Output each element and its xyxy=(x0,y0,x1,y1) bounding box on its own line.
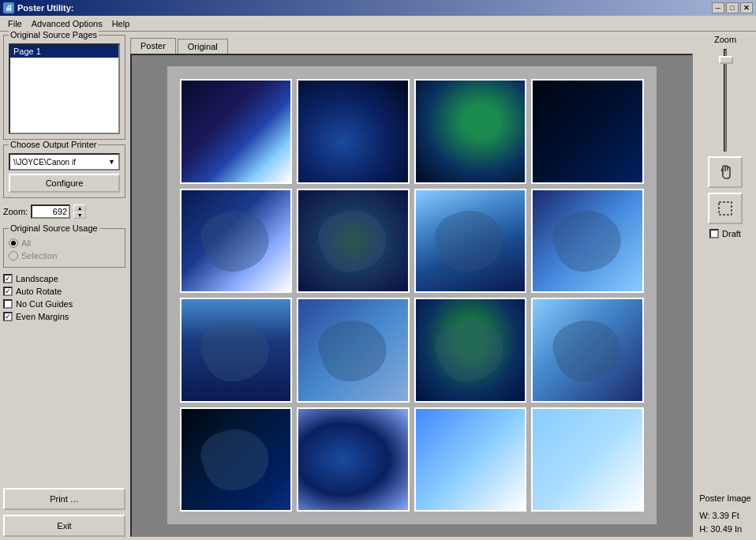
title-bar-left: 🖨 Poster Utility: xyxy=(3,2,74,13)
zoom-up-button[interactable]: ▲ xyxy=(73,204,86,212)
poster-image-label: Poster Image xyxy=(699,492,750,506)
auto-rotate-row: ✓ Auto Rotate xyxy=(3,285,125,298)
printer-value: \\JOYCE\Canon if xyxy=(13,158,76,167)
main-content: Original Source Pages Page 1 Choose Outp… xyxy=(0,32,756,540)
tab-poster[interactable]: Poster xyxy=(130,38,176,54)
bottom-buttons: Print … Exit xyxy=(3,488,125,537)
no-cut-guides-row: No Cut Guides xyxy=(3,298,125,310)
tab-bar: Poster Original xyxy=(130,35,693,54)
page-list[interactable]: Page 1 xyxy=(9,43,120,134)
left-panel: Original Source Pages Page 1 Choose Outp… xyxy=(3,35,125,537)
zoom-down-button[interactable]: ▼ xyxy=(73,212,86,219)
radio-selection-label: Selection xyxy=(21,251,57,261)
zoom-spinner[interactable]: ▲ ▼ xyxy=(73,204,86,219)
dolphin-overlay-13 xyxy=(195,419,277,499)
tab-original[interactable]: Original xyxy=(178,39,228,54)
poster-cell-1 xyxy=(180,79,293,184)
menu-file[interactable]: File xyxy=(3,17,27,30)
page-list-item[interactable]: Page 1 xyxy=(10,45,118,58)
poster-cell-11 xyxy=(414,298,527,403)
menu-help[interactable]: Help xyxy=(107,17,135,30)
right-panel: Zoom Draft Poster xyxy=(698,35,753,537)
hand-tool-button[interactable] xyxy=(708,156,743,188)
checkboxes-area: ✓ Landscape ✓ Auto Rotate No Cut Guides … xyxy=(3,272,125,323)
source-usage-group: Original Source Usage All Selection xyxy=(3,228,125,268)
poster-cell-12 xyxy=(531,298,644,403)
poster-cell-9 xyxy=(180,298,293,403)
poster-cell-15 xyxy=(414,407,527,512)
auto-rotate-label: Auto Rotate xyxy=(16,287,62,296)
poster-cell-8 xyxy=(531,189,644,294)
zoom-slider-thumb[interactable] xyxy=(719,56,733,64)
center-area: Poster Original xyxy=(130,35,693,537)
poster-inner xyxy=(167,66,657,524)
draft-checkbox[interactable] xyxy=(709,229,719,238)
dolphin-overlay-12 xyxy=(546,310,628,390)
zoom-row: Zoom: ▲ ▼ xyxy=(3,203,125,220)
poster-canvas xyxy=(130,54,693,537)
radio-selection[interactable] xyxy=(9,251,18,261)
zoom-slider-track[interactable] xyxy=(724,49,727,152)
menu-bar: File Advanced Options Help xyxy=(0,16,756,32)
radio-all[interactable] xyxy=(9,238,18,248)
landscape-label: Landscape xyxy=(16,274,58,283)
app-icon: 🖨 xyxy=(3,2,14,13)
poster-cell-6 xyxy=(297,189,410,294)
minimize-button[interactable]: ─ xyxy=(712,2,724,13)
poster-cell-7 xyxy=(414,189,527,294)
title-buttons[interactable]: ─ □ ✕ xyxy=(712,2,753,13)
radio-all-row: All xyxy=(9,237,120,249)
poster-width: W: 3.39 Ft xyxy=(699,509,750,523)
zoom-label: Zoom: xyxy=(3,207,28,216)
landscape-row: ✓ Landscape xyxy=(3,272,125,285)
source-usage-title: Original Source Usage xyxy=(9,223,99,233)
output-printer-group: Choose Output Printer \\JOYCE\Canon if ▼… xyxy=(3,144,125,198)
poster-height: H: 30.49 In xyxy=(699,523,750,537)
output-printer-title: Choose Output Printer xyxy=(9,140,98,149)
auto-rotate-checkbox[interactable]: ✓ xyxy=(3,287,13,296)
no-cut-guides-checkbox[interactable] xyxy=(3,299,13,309)
selection-icon xyxy=(716,199,735,218)
draft-row: Draft xyxy=(709,229,741,238)
print-button[interactable]: Print … xyxy=(3,488,125,510)
printer-dropdown-arrow[interactable]: ▼ xyxy=(108,158,115,166)
poster-grid xyxy=(180,79,644,512)
selection-tool-button[interactable] xyxy=(708,193,743,224)
printer-select[interactable]: \\JOYCE\Canon if ▼ xyxy=(9,153,120,171)
even-margins-row: ✓ Even Margins xyxy=(3,310,125,323)
zoom-input[interactable] xyxy=(31,204,70,219)
svg-rect-0 xyxy=(719,202,732,215)
dolphin-overlay-11 xyxy=(429,310,511,390)
exit-button[interactable]: Exit xyxy=(3,515,125,537)
hand-icon xyxy=(716,163,735,182)
dolphin-overlay-10 xyxy=(312,310,394,390)
poster-cell-10 xyxy=(297,298,410,403)
even-margins-label: Even Margins xyxy=(16,312,69,321)
radio-selection-row: Selection xyxy=(9,249,120,262)
configure-button[interactable]: Configure xyxy=(9,174,120,193)
poster-cell-16 xyxy=(531,407,644,512)
maximize-button[interactable]: □ xyxy=(726,2,739,13)
poster-cell-4 xyxy=(531,79,644,184)
poster-info: Poster Image W: 3.39 Ft H: 30.49 In xyxy=(699,492,750,537)
dolphin-overlay-8 xyxy=(546,201,628,280)
poster-cell-2 xyxy=(297,79,410,184)
dolphin-overlay-7 xyxy=(429,201,511,280)
menu-advanced-options[interactable]: Advanced Options xyxy=(27,17,107,30)
close-button[interactable]: ✕ xyxy=(740,2,753,13)
title-bar: 🖨 Poster Utility: ─ □ ✕ xyxy=(0,0,756,16)
radio-all-label: All xyxy=(21,238,31,248)
landscape-checkbox[interactable]: ✓ xyxy=(3,274,13,283)
poster-cell-5 xyxy=(180,189,293,294)
even-margins-checkbox[interactable]: ✓ xyxy=(3,312,13,321)
poster-cell-13 xyxy=(180,407,293,512)
poster-cell-14 xyxy=(297,407,410,512)
dolphin-overlay-9 xyxy=(195,310,277,390)
dolphin-overlay-6 xyxy=(312,201,394,280)
dolphin-overlay-5 xyxy=(195,201,277,280)
window-title: Poster Utility: xyxy=(17,3,74,13)
source-pages-group: Original Source Pages Page 1 xyxy=(3,35,125,140)
draft-label: Draft xyxy=(722,229,741,238)
source-pages-title: Original Source Pages xyxy=(9,30,99,39)
poster-cell-3 xyxy=(414,79,527,184)
